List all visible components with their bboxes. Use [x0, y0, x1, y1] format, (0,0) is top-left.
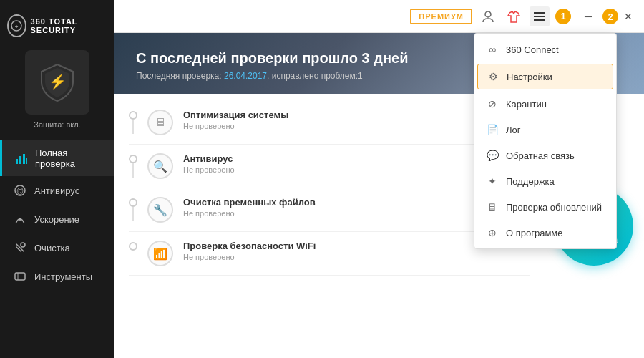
logo-icon: + [7, 14, 26, 37]
svg-rect-4 [19, 156, 21, 164]
check-dot-line [129, 111, 137, 134]
check-status-optimization: Не проверено [183, 122, 288, 130]
menu-label-updates: Проверка обновлений [506, 202, 602, 213]
tempfiles-icon: 🔧 [147, 197, 173, 223]
close-button[interactable]: ✕ [620, 8, 637, 25]
user-icon[interactable] [478, 6, 498, 26]
check-item-tempfiles: 🔧 Очистка временных файлов Не проверено [129, 188, 530, 232]
menu-item-updates[interactable]: 🖥 Проверка обновлений [474, 194, 616, 220]
svg-point-13 [485, 11, 491, 17]
svg-rect-11 [15, 273, 25, 280]
shield-icon: ⚡ [36, 61, 79, 104]
check-label-wifi: Проверка безопасности WiFi [183, 241, 316, 251]
check-text-optimization: Оптимизация системы Не проверено [183, 110, 288, 130]
menu-item-about[interactable]: ⊕ О программе [474, 220, 616, 246]
badge-1: 1 [555, 9, 571, 24]
antivirus-icon: @ [13, 183, 27, 198]
menu-label-connect: 360 Connect [506, 44, 559, 55]
sidebar-label-clean: Очистка [34, 243, 70, 253]
svg-text:⚡: ⚡ [49, 73, 67, 90]
logo-text: 360 TOTAL SECURITY [31, 17, 107, 34]
menu-item-feedback[interactable]: 💬 Обратная связь [474, 142, 616, 168]
hero-subtitle-prefix: Последняя проверка: [136, 71, 224, 81]
menu-item-connect[interactable]: ∞ 360 Connect [474, 37, 616, 62]
sidebar-item-antivirus[interactable]: @ Антивирус [0, 176, 114, 205]
sidebar-item-clean[interactable]: Очистка [0, 233, 114, 262]
svg-text:+: + [15, 24, 19, 30]
wifi-icon: 📶 [147, 241, 173, 266]
check-status-antivirus: Не проверено [183, 165, 235, 174]
svg-rect-5 [23, 154, 25, 164]
sidebar-label-tools: Инструменты [34, 271, 92, 282]
check-label-optimization: Оптимизация системы [183, 110, 288, 120]
check-item-optimization: 🖥 Оптимизация системы Не проверено [129, 101, 530, 145]
check-status-tempfiles: Не проверено [183, 209, 316, 218]
menu-item-support[interactable]: ✦ Поддержка [474, 168, 616, 194]
svg-rect-3 [16, 159, 18, 164]
menu-label-about: О программе [506, 228, 563, 238]
hero-subtitle-suffix: , исправлено проблем:1 [267, 71, 363, 81]
sidebar-item-speedup[interactable]: Ускорение [0, 205, 114, 233]
menu-item-log[interactable]: 📄 Лог [474, 117, 616, 142]
hero-date: 26.04.2017 [224, 71, 267, 81]
about-icon: ⊕ [486, 226, 499, 239]
svg-point-9 [19, 218, 21, 221]
antivirus-check-icon: 🔍 [147, 153, 173, 179]
log-icon: 📄 [486, 123, 499, 136]
optimization-icon: 🖥 [147, 110, 173, 135]
sidebar-label-antivirus: Антивирус [34, 185, 79, 196]
dropdown-menu: ∞ 360 Connect ⚙ Настройки ⊘ Карантин 📄 Л… [474, 33, 617, 249]
settings-icon: ⚙ [487, 70, 499, 83]
badge-2: 2 [602, 9, 618, 24]
badge-overlay-2: 2 [602, 9, 618, 24]
svg-point-10 [21, 243, 25, 247]
menu-item-quarantine[interactable]: ⊘ Карантин [474, 91, 616, 117]
check-status-wifi: Не проверено [183, 253, 316, 261]
menu-label-feedback: Обратная связь [506, 150, 575, 161]
sidebar-item-tools[interactable]: Инструменты [0, 262, 114, 291]
sidebar: + 360 TOTAL SECURITY ⚡ Защита: вкл. Полн… [0, 0, 114, 358]
shield-container: ⚡ [25, 50, 89, 115]
connect-icon: ∞ [486, 43, 499, 56]
protection-status: Защита: вкл. [34, 120, 80, 129]
check-item-antivirus: 🔍 Антивирус Не проверено [129, 145, 530, 188]
tools-icon [13, 269, 27, 284]
menu-label-quarantine: Карантин [506, 99, 547, 110]
sidebar-label-speedup: Ускорение [34, 214, 79, 225]
check-label-antivirus: Антивирус [183, 153, 235, 164]
menu-label-log: Лог [506, 125, 521, 135]
sidebar-logo: + 360 TOTAL SECURITY [0, 14, 114, 37]
main-content: ПРЕМИУМ 1 ─ □ ✕ С последней проверки про… [114, 0, 644, 358]
menu-item-settings[interactable]: ⚙ Настройки [477, 64, 613, 90]
minimize-button[interactable]: ─ [580, 8, 597, 25]
header-bar: ПРЕМИУМ 1 ─ □ ✕ [114, 0, 644, 33]
shirt-icon[interactable] [504, 6, 524, 26]
sidebar-label-full-scan: Полная проверка [35, 147, 102, 169]
premium-button[interactable]: ПРЕМИУМ [410, 9, 472, 24]
check-item-wifi: 📶 Проверка безопасности WiFi Не проверен… [129, 232, 530, 276]
menu-label-support: Поддержка [506, 176, 555, 187]
check-dot [129, 111, 137, 120]
menu-label-settings: Настройки [507, 72, 552, 82]
chart-icon [15, 151, 28, 165]
feedback-icon: 💬 [486, 149, 499, 162]
menu-button[interactable] [530, 6, 550, 26]
clean-icon [13, 241, 27, 255]
svg-rect-6 [26, 158, 27, 164]
support-icon: ✦ [486, 175, 499, 188]
updates-icon: 🖥 [486, 200, 499, 213]
sidebar-item-full-scan[interactable]: Полная проверка [0, 140, 114, 176]
svg-text:@: @ [16, 187, 24, 195]
check-label-tempfiles: Очистка временных файлов [183, 197, 316, 208]
speedup-icon [13, 212, 27, 226]
quarantine-icon: ⊘ [486, 97, 499, 110]
